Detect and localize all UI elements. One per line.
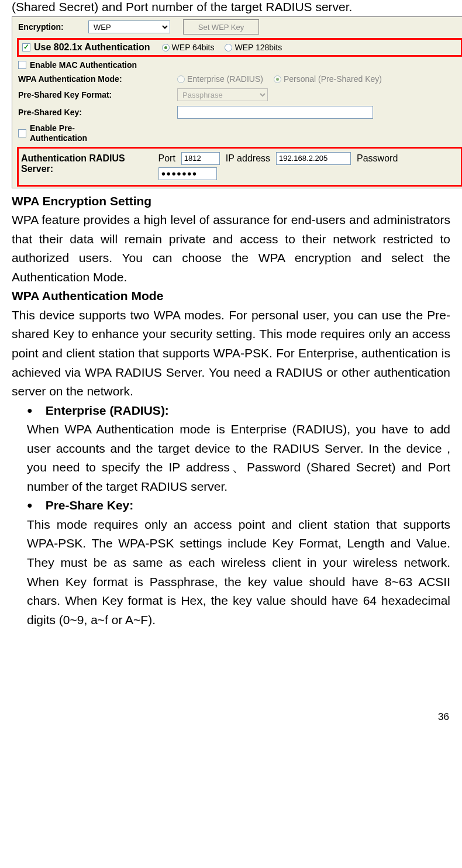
bullet-enterprise-title: Enterprise (RADIUS): bbox=[46, 401, 169, 421]
psk-format-label: Pre-Shared Key Format: bbox=[18, 90, 177, 99]
wep-64-label: WEP 64bits bbox=[172, 43, 215, 52]
wpa-auth-mode-label: WPA Authentication Mode: bbox=[18, 74, 177, 84]
ip-label: IP address bbox=[226, 153, 270, 164]
bullet-icon: ● bbox=[27, 496, 33, 515]
paragraph-wpa-auth-mode: This device supports two WPA modes. For … bbox=[12, 306, 450, 401]
personal-radio[interactable] bbox=[274, 75, 281, 83]
auth-radius-label: Authentication RADIUS Server: bbox=[21, 152, 158, 174]
password-input[interactable] bbox=[158, 167, 217, 180]
psk-format-select[interactable]: Passphrase bbox=[177, 88, 268, 101]
top-continuation-text: (Shared Secret) and Port number of the t… bbox=[12, 0, 450, 14]
use-8021x-label: Use 802.1x Authentication bbox=[34, 42, 150, 53]
enable-mac-label: Enable MAC Authentication bbox=[30, 60, 137, 70]
psk-input[interactable] bbox=[177, 106, 373, 119]
enterprise-radio[interactable] bbox=[177, 75, 185, 83]
set-wep-key-button[interactable]: Set WEP Key bbox=[183, 19, 259, 35]
bullet-icon: ● bbox=[27, 401, 33, 421]
bullet-enterprise: ● Enterprise (RADIUS): bbox=[27, 401, 450, 421]
enable-preauth-checkbox[interactable] bbox=[18, 129, 26, 137]
bullet-preshare-title: Pre-Share Key: bbox=[46, 496, 134, 515]
enterprise-label: Enterprise (RADIUS) bbox=[187, 74, 263, 84]
wep-128-label: WEP 128bits bbox=[235, 43, 282, 52]
heading-wpa-auth-mode: WPA Authentication Mode bbox=[12, 287, 450, 306]
wep-64-radio[interactable] bbox=[162, 44, 170, 51]
port-label: Port bbox=[158, 153, 175, 164]
port-input[interactable] bbox=[181, 152, 220, 165]
enable-preauth-label: Enable Pre-Authentication bbox=[30, 123, 100, 143]
password-label: Password bbox=[357, 153, 398, 164]
encryption-select[interactable]: WEP bbox=[88, 20, 170, 33]
document-body: WPA Encryption Setting WPA feature provi… bbox=[12, 192, 450, 630]
paragraph-wpa-encryption: WPA feature provides a high level of ass… bbox=[12, 211, 450, 287]
psk-label: Pre-Shared Key: bbox=[18, 108, 177, 117]
page-number: 36 bbox=[12, 711, 450, 723]
paragraph-preshare: This mode requires only an access point … bbox=[27, 515, 450, 629]
ip-input[interactable] bbox=[276, 152, 351, 165]
wep-128-radio[interactable] bbox=[225, 44, 232, 51]
personal-label: Personal (Pre-Shared Key) bbox=[284, 74, 382, 84]
paragraph-enterprise: When WPA Authentication mode is Enterpri… bbox=[27, 420, 450, 496]
highlight-8021x: Use 802.1x Authentication WEP 64bits WEP… bbox=[17, 38, 462, 57]
enable-mac-checkbox[interactable] bbox=[18, 61, 26, 69]
use-8021x-checkbox[interactable] bbox=[22, 43, 30, 51]
settings-panel: Encryption: WEP Set WEP Key Use 802.1x A… bbox=[12, 16, 462, 188]
bullet-preshare: ● Pre-Share Key: bbox=[27, 496, 450, 515]
heading-wpa-encryption: WPA Encryption Setting bbox=[12, 192, 450, 211]
encryption-label: Encryption: bbox=[18, 22, 88, 32]
highlight-radius: Authentication RADIUS Server: Port IP ad… bbox=[17, 147, 462, 187]
